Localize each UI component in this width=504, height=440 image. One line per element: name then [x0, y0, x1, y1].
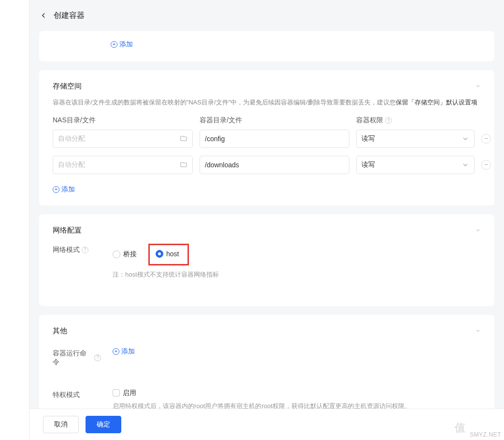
folder-icon — [180, 161, 187, 169]
col-perm: 容器权限 — [356, 116, 475, 125]
card-storage: 存储空间 容器在该目录/文件生成的数据将被保留在映射的"NAS目录/文件"中，为… — [39, 70, 494, 205]
plus-icon — [53, 186, 59, 193]
sidebar-placeholder — [0, 0, 29, 440]
add-label: 添加 — [61, 185, 75, 194]
help-icon[interactable] — [94, 354, 101, 361]
plus-icon — [113, 348, 119, 355]
chevron-down-icon — [475, 328, 481, 334]
highlight-box: host — [148, 244, 189, 265]
col-container: 容器目录/文件 — [200, 116, 349, 125]
add-storage-button[interactable]: 添加 — [53, 185, 75, 194]
radio-bridge[interactable]: 桥接 — [113, 250, 137, 259]
chevron-down-icon — [461, 135, 469, 143]
remove-row-button-0[interactable] — [481, 134, 491, 144]
page-title: 创建容器 — [54, 11, 85, 21]
perm-select-1[interactable]: 读写 — [356, 156, 475, 174]
network-mode-row: 网络模式 桥接 host — [53, 244, 481, 279]
perm-select-0[interactable]: 读写 — [356, 130, 475, 148]
storage-grid: NAS目录/文件 容器目录/文件 容器权限 自动分配 /config — [53, 116, 481, 174]
add-button-top[interactable]: 添加 — [111, 40, 133, 49]
chevron-down-icon — [475, 83, 481, 89]
chevron-down-icon — [461, 161, 469, 169]
confirm-button[interactable]: 确定 — [86, 416, 121, 433]
network-mode-radios: 桥接 host — [113, 244, 481, 265]
nas-path-input-0[interactable]: 自动分配 — [53, 130, 193, 148]
other-section-head[interactable]: 其他 — [53, 326, 481, 336]
nas-path-input-1[interactable]: 自动分配 — [53, 156, 193, 174]
run-cmd-row: 容器运行命令 添加 — [53, 347, 481, 367]
folder-icon — [180, 135, 187, 143]
plus-icon — [111, 41, 117, 48]
network-title: 网络配置 — [53, 226, 82, 235]
network-mode-label: 网络模式 — [53, 244, 101, 254]
storage-section-head[interactable]: 存储空间 — [53, 82, 481, 91]
add-label: 添加 — [119, 40, 133, 49]
remove-row-button-1[interactable] — [481, 160, 491, 170]
run-cmd-label: 容器运行命令 — [53, 347, 101, 367]
priv-mode-label: 特权模式 — [53, 389, 101, 399]
card-top: 添加 — [39, 31, 494, 61]
cancel-button[interactable]: 取消 — [43, 416, 79, 433]
container-path-input-0[interactable]: /config — [200, 130, 349, 148]
radio-host[interactable]: host — [156, 250, 179, 258]
main-area: 创建容器 添加 存储空间 容器在该目录/文件生成的数据将被保留在映射的"NAS目… — [29, 0, 504, 440]
network-section-head[interactable]: 网络配置 — [53, 226, 481, 235]
back-icon[interactable] — [39, 11, 48, 20]
container-path-input-1[interactable]: /downloads — [200, 156, 349, 174]
storage-title: 存储空间 — [53, 82, 82, 91]
footer: 取消 确定 — [29, 409, 504, 440]
page-header: 创建容器 — [29, 0, 504, 31]
storage-desc: 容器在该目录/文件生成的数据将被保留在映射的"NAS目录/文件"中，为避免后续因… — [53, 98, 481, 108]
card-network: 网络配置 网络模式 桥接 — [39, 214, 494, 306]
help-icon[interactable] — [385, 117, 392, 124]
help-icon[interactable] — [82, 247, 88, 253]
other-title: 其他 — [53, 326, 67, 336]
priv-enable-checkbox[interactable]: 启用 — [113, 389, 136, 397]
chevron-down-icon — [475, 227, 481, 233]
priv-mode-row: 特权模式 启用 启用特权模式后，该容器内的root用户将拥有宿主机的root权限… — [53, 389, 481, 411]
col-nas: NAS目录/文件 — [53, 116, 193, 125]
content: 添加 存储空间 容器在该目录/文件生成的数据将被保留在映射的"NAS目录/文件"… — [29, 31, 504, 440]
add-run-cmd-button[interactable]: 添加 — [113, 347, 135, 356]
network-note: 注：host模式不支持统计容器网络指标 — [113, 270, 481, 279]
